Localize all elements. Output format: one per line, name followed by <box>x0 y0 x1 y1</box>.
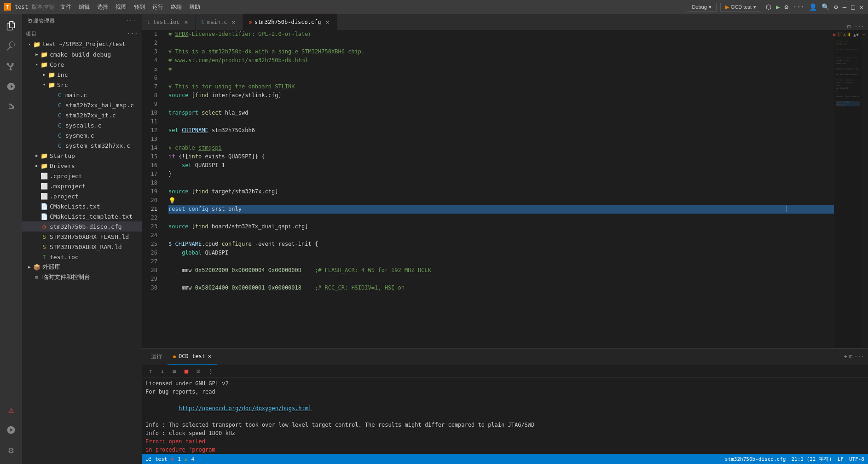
tree-project[interactable]: ▶ ⬜ .project <box>22 191 142 201</box>
terminal-line-5: Info : clock speed 1800 kHz <box>145 429 864 437</box>
tab-cfg-close[interactable]: × <box>324 18 331 26</box>
search-icon[interactable]: 🔍 <box>821 2 830 12</box>
terminal-scroll-up-btn[interactable]: ↑ <box>145 366 156 376</box>
maximize-btn[interactable]: □ <box>850 2 856 12</box>
tree-cmakelists-template[interactable]: ▶ 📄 CMakeLists_template.txt <box>22 211 142 221</box>
debug-button[interactable]: Debug ▾ <box>687 3 716 12</box>
tree-cmakelists[interactable]: ▶ 📄 CMakeLists.txt <box>22 201 142 211</box>
status-warning-icon: ⚠ <box>185 456 188 462</box>
tree-it-c[interactable]: ▶ C stm32h7xx_it.c <box>22 110 142 120</box>
tab-ocd-test[interactable]: ● OCD test × <box>168 348 217 365</box>
manage-activity-icon[interactable]: ⚙ <box>1 440 21 460</box>
code-line-3: # This is a stm32h750b-dk with a single … <box>168 47 834 56</box>
cmake-folder-icon: 📁 <box>41 51 48 58</box>
terminal-wrap-btn[interactable]: ≡ <box>169 366 179 376</box>
project-section-header[interactable]: 项目 ··· <box>22 28 142 39</box>
git-branch-name[interactable]: test <box>155 456 168 462</box>
status-line-ending[interactable]: LF <box>838 456 844 462</box>
tree-syscalls[interactable]: ▶ C syscalls.c <box>22 120 142 130</box>
tree-disco-cfg[interactable]: ▶ ⚙ stm32h750b-disco.cfg <box>22 221 142 232</box>
menu-run[interactable]: 运行 <box>150 2 166 12</box>
tree-src[interactable]: ▾ 📁 Src <box>22 80 142 90</box>
terminal-menu-icon[interactable]: ··· <box>854 354 864 360</box>
terminal-split-icon[interactable]: ⊞ <box>849 354 852 360</box>
settings-icon[interactable]: ⚙ <box>784 2 789 12</box>
format-icon[interactable]: ⬡ <box>765 2 772 12</box>
status-cursor-position[interactable]: 21:1 (22 字符) <box>791 456 832 463</box>
error-count: 1 <box>837 32 840 38</box>
terminal-clear-btn[interactable]: ⊘ <box>193 366 203 376</box>
editor-scrollbar[interactable]: — <box>862 30 868 348</box>
play-icon[interactable]: ▶ <box>775 2 781 12</box>
tree-cmake[interactable]: ▶ 📁 cmake-build-debug <box>22 49 142 59</box>
tree-sysmem[interactable]: ▶ C sysmem.c <box>22 130 142 140</box>
ocd-tab-indicator: ● <box>173 354 176 359</box>
expand-icon[interactable]: ▲▼ <box>853 32 859 37</box>
tree-drivers[interactable]: ▶ 📁 Drivers <box>22 161 142 171</box>
editor-menu-icon[interactable]: ··· <box>854 23 864 30</box>
menu-file[interactable]: 文件 <box>58 2 74 12</box>
menu-goto[interactable]: 转到 <box>131 2 148 12</box>
tree-test-ioc[interactable]: ▶ I test.ioc <box>22 252 142 262</box>
tree-root[interactable]: ▾ 📁 test ~/STM32_Project/test <box>22 39 142 49</box>
code-content[interactable]: # SPDX-License-Identifier: GPL-2.0-or-la… <box>165 30 834 348</box>
tree-main-c[interactable]: ▶ C main.c <box>22 90 142 100</box>
search-activity-icon[interactable] <box>1 36 21 56</box>
extensions-activity-icon[interactable] <box>1 97 21 117</box>
ln-6: 6 <box>142 74 161 82</box>
warning-activity-icon[interactable]: ⚠ <box>1 400 21 420</box>
tree-ram-ld[interactable]: ▶ S STM32H750XBHX_RAM.ld <box>22 242 142 252</box>
gear-icon[interactable]: ⚙ <box>833 2 839 12</box>
tree-temp-files[interactable]: ▶ ≡ 临时文件和控制台 <box>22 272 142 282</box>
tree-external-libs[interactable]: ▶ 📦 外部库 <box>22 262 142 272</box>
ellipsis-icon[interactable]: ··· <box>792 2 805 12</box>
version-control-menu[interactable]: 版本控制 <box>32 3 54 11</box>
debug-activity-icon[interactable] <box>1 76 21 97</box>
terminal-more-btn[interactable]: ⋮ <box>205 366 215 376</box>
git-activity-icon[interactable] <box>1 56 21 76</box>
menu-view[interactable]: 视图 <box>113 2 129 12</box>
project-menu-icon[interactable]: ··· <box>127 30 142 37</box>
terminal-stop-btn[interactable]: ■ <box>181 366 191 376</box>
tab-run[interactable]: 运行 <box>145 348 168 365</box>
menu-select[interactable]: 选择 <box>94 2 111 12</box>
close-btn[interactable]: ✕ <box>859 2 864 12</box>
ln-7: 7 <box>142 82 161 91</box>
tree-mxproject[interactable]: ▶ ⬜ .mxproject <box>22 181 142 191</box>
ln-13: 13 <box>142 135 161 144</box>
explorer-activity-icon[interactable] <box>1 16 21 36</box>
menu-edit[interactable]: 编辑 <box>76 2 93 12</box>
tab-ioc-close[interactable]: × <box>182 18 190 26</box>
terminal-add-icon[interactable]: + <box>844 354 847 360</box>
ln-29: 29 <box>142 275 161 284</box>
split-editor-icon[interactable]: ⊞ <box>847 23 851 30</box>
menu-terminal[interactable]: 终端 <box>168 2 185 12</box>
menu-help[interactable]: 帮助 <box>186 2 203 12</box>
ocd-test-button[interactable]: ▶ OCD test ▾ <box>720 3 761 12</box>
tree-flash-ld[interactable]: ▶ S STM32H750XBHX_FLASH.ld <box>22 232 142 242</box>
tree-core[interactable]: ▾ 📁 Core <box>22 59 142 70</box>
status-file[interactable]: stm32h750b-disco.cfg <box>725 456 786 462</box>
tab-test-ioc[interactable]: I test.ioc × <box>142 14 196 30</box>
person-icon[interactable]: 👤 <box>808 2 818 12</box>
ext-folder-icon: 📦 <box>33 263 41 271</box>
terminal-link[interactable]: http://openocd.org/doc/doxygen/bugs.html <box>179 405 312 412</box>
tree-hal-msp[interactable]: ▶ C stm32h7xx_hal_msp.c <box>22 100 142 110</box>
tree-inc[interactable]: ▶ 📁 Inc <box>22 70 142 80</box>
tree-startup[interactable]: ▶ 📁 Startup <box>22 151 142 161</box>
tab-disco-cfg[interactable]: ⚙ stm32h750b-disco.cfg × <box>243 14 337 30</box>
ocd-tab-close[interactable]: × <box>208 353 211 360</box>
tree-cproject[interactable]: ▶ ⬜ .cproject <box>22 171 142 181</box>
sidebar-ellipsis[interactable]: ··· <box>126 18 136 24</box>
terminal-scroll-down-btn[interactable]: ↓ <box>157 366 168 376</box>
accounts-activity-icon[interactable] <box>1 420 21 440</box>
system-label: system_stm32h7xx.c <box>65 142 130 149</box>
minimize-btn[interactable]: — <box>842 2 847 12</box>
tab-main-c-close[interactable]: × <box>230 18 237 26</box>
ln-25: 25 <box>142 240 161 249</box>
code-line-8: source [find interface/stlink.cfg] <box>168 91 834 100</box>
status-encoding[interactable]: UTF-8 <box>849 456 864 462</box>
tree-system-c[interactable]: ▶ C system_stm32h7xx.c <box>22 140 142 151</box>
code-editor[interactable]: 1 2 3 4 5 6 7 8 9 10 11 12 13 14 15 16 1 <box>142 30 868 348</box>
tab-main-c[interactable]: C main.c × <box>196 14 243 30</box>
